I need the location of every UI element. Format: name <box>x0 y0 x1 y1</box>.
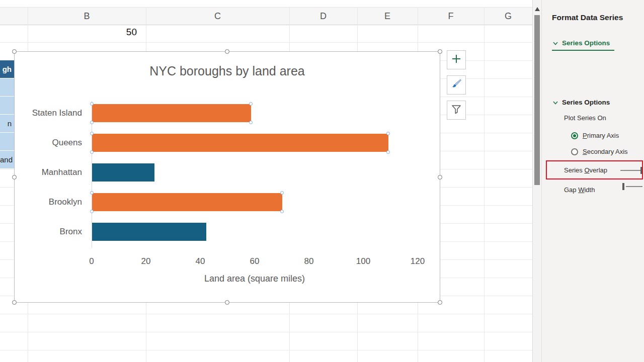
column-header-b[interactable]: B <box>28 8 146 25</box>
x-axis-tick-label: 80 <box>294 256 324 266</box>
bar-brooklyn[interactable] <box>92 193 282 211</box>
column-header-d[interactable]: D <box>289 8 357 25</box>
chart-resize-handle[interactable] <box>438 175 442 179</box>
paintbrush-icon <box>450 78 462 92</box>
table-cell[interactable]: n <box>0 115 14 133</box>
chart[interactable]: NYC boroughs by land area Land area (squ… <box>14 51 440 303</box>
table-cell[interactable] <box>0 97 14 115</box>
active-tab-underline <box>552 50 614 51</box>
radio-unselected-icon <box>571 148 578 155</box>
chart-resize-handle[interactable] <box>225 49 229 54</box>
series-overlap-slider-handle[interactable] <box>640 167 642 174</box>
x-axis-tick-label: 120 <box>403 256 433 266</box>
x-axis-tick-label: 20 <box>131 256 161 266</box>
series-options-section-header[interactable]: Series Options <box>553 99 610 106</box>
bar-bronx[interactable] <box>92 223 206 241</box>
series-point-handle[interactable] <box>280 191 284 195</box>
series-point-handle[interactable] <box>386 150 390 154</box>
gap-width-label: Gap Width <box>564 186 595 194</box>
cell-value[interactable]: 50 <box>107 27 137 38</box>
chart-resize-handle[interactable] <box>12 49 17 54</box>
table-cell[interactable]: and <box>0 151 14 169</box>
series-point-handle[interactable] <box>249 121 253 124</box>
format-data-series-pane: Format Data Series Series Options Series… <box>541 0 644 362</box>
chart-resize-handle[interactable] <box>438 300 442 305</box>
column-headers: B C D E F G <box>0 7 532 25</box>
series-point-handle[interactable] <box>90 132 94 135</box>
chart-resize-handle[interactable] <box>12 300 17 305</box>
scrollbar-thumb[interactable] <box>534 15 540 185</box>
radio-selected-icon <box>571 132 578 139</box>
pane-title: Format Data Series <box>552 13 623 22</box>
chart-styles-button[interactable] <box>447 75 466 95</box>
funnel-icon <box>450 103 462 117</box>
chart-filters-button[interactable] <box>447 101 466 120</box>
gap-width-slider[interactable] <box>626 186 642 187</box>
bar-manhattan[interactable] <box>92 163 154 182</box>
secondary-axis-label: Secondary Axis <box>583 148 628 155</box>
x-axis-tick-label: 100 <box>348 256 378 266</box>
bar-queens[interactable] <box>92 134 388 152</box>
secondary-axis-radio[interactable]: Secondary Axis <box>571 148 628 155</box>
series-point-handle[interactable] <box>90 210 94 213</box>
category-label: Manhattan <box>15 167 82 178</box>
series-point-handle[interactable] <box>280 210 284 213</box>
table-cell[interactable] <box>0 78 14 97</box>
x-axis-tick-label: 40 <box>185 256 215 266</box>
category-label: Queens <box>15 137 82 148</box>
series-overlap-label: Series Overlap <box>564 166 607 174</box>
column-header-g[interactable]: G <box>484 8 532 25</box>
series-point-handle[interactable] <box>249 102 253 106</box>
x-axis-tick-label: 0 <box>76 256 107 266</box>
scroll-up-icon[interactable] <box>535 4 540 13</box>
chart-resize-handle[interactable] <box>438 49 442 54</box>
dropdown-label: Series Options <box>562 39 610 47</box>
chart-title[interactable]: NYC boroughs by land area <box>15 64 440 78</box>
vertical-scrollbar[interactable] <box>532 0 541 362</box>
series-point-handle[interactable] <box>90 191 94 195</box>
table-cell[interactable] <box>0 133 14 151</box>
plus-icon <box>451 53 462 66</box>
chart-resize-handle[interactable] <box>225 300 229 305</box>
category-label: Staten Island <box>15 108 82 119</box>
series-point-handle[interactable] <box>90 121 94 124</box>
x-axis-title[interactable]: Land area (square miles) <box>92 274 418 284</box>
category-label: Brooklyn <box>15 197 82 208</box>
chevron-down-icon <box>553 99 558 106</box>
chevron-down-icon <box>553 39 558 47</box>
category-label: Bronx <box>15 226 82 237</box>
table-header-cell[interactable]: gh <box>0 60 14 78</box>
column-header-f[interactable]: F <box>418 8 484 25</box>
series-overlap-slider[interactable] <box>620 170 642 171</box>
section-label: Series Options <box>562 99 610 106</box>
series-options-dropdown[interactable]: Series Options <box>553 39 610 47</box>
x-axis-tick-label: 60 <box>239 256 270 266</box>
series-point-handle[interactable] <box>90 102 94 106</box>
chart-elements-button[interactable] <box>447 50 466 69</box>
primary-axis-radio[interactable]: Primary Axis <box>571 132 619 139</box>
gap-width-slider-handle[interactable] <box>622 183 624 190</box>
column-header-e[interactable]: E <box>357 8 418 25</box>
series-point-handle[interactable] <box>90 150 94 154</box>
primary-axis-label: Primary Axis <box>583 132 619 139</box>
bar-staten-island[interactable] <box>92 104 251 122</box>
series-point-handle[interactable] <box>386 132 390 135</box>
plot-series-on-label: Plot Series On <box>564 114 606 122</box>
column-header-c[interactable]: C <box>146 8 289 25</box>
